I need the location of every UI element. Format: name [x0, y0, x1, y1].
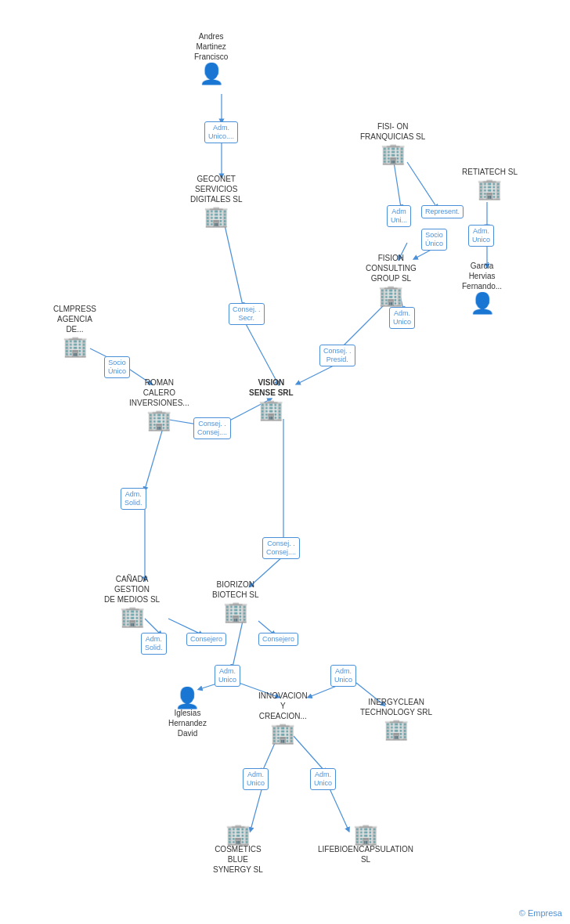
node-consejero-biorizon[interactable]: Consejero	[186, 633, 226, 646]
node-consej-presid[interactable]: Consej. .Presid.	[319, 345, 355, 366]
badge-adm-unico-life[interactable]: Adm.Unico	[310, 768, 336, 790]
label-retiatech: RETIATECH SL	[462, 167, 518, 177]
svg-line-13	[168, 619, 201, 634]
label-fision-consulting: FISIONCONSULTINGGROUP SL	[366, 253, 417, 283]
watermark: © Empresa	[519, 908, 562, 918]
node-vision-sense: VISIONSENSE SRL 🏢	[249, 377, 294, 420]
node-adm-unico-life[interactable]: Adm.Unico	[310, 768, 336, 790]
building-icon-cosmetics: 🏢	[225, 824, 251, 844]
badge-adm-solid-canada[interactable]: Adm.Solid.	[121, 488, 146, 510]
node-lifebio: 🏢 LIFEBIOENCAPSULATIONSL	[318, 824, 413, 866]
building-icon-geconet: 🏢	[204, 206, 229, 226]
node-adm-unico-garcia[interactable]: Adm.Unico	[468, 225, 494, 247]
diagram: Andres Martinez Francisco 👤 Adm.Unico...…	[0, 0, 570, 924]
node-socio-unico-roman[interactable]: SocioÚnico	[104, 356, 130, 378]
badge-consej-presid[interactable]: Consej. .Presid.	[319, 345, 355, 366]
building-icon-lifebio: 🏢	[353, 824, 378, 844]
label-roman-calero: ROMANCALEROINVERSIONES...	[129, 377, 189, 408]
badge-represent[interactable]: Represent.	[421, 205, 464, 218]
badge-adm-unico-geconet[interactable]: Adm.Unico....	[204, 121, 238, 143]
node-geconet: GECONETSERVICIOSDIGITALES SL 🏢	[190, 174, 243, 226]
building-icon-fision-consulting: 🏢	[378, 285, 403, 305]
node-roman-calero: ROMANCALEROINVERSIONES... 🏢	[129, 377, 189, 430]
building-icon-clmpress: 🏢	[63, 336, 88, 356]
node-consejero2[interactable]: Consejero	[258, 633, 298, 646]
svg-line-14	[233, 621, 243, 667]
label-cosmetics: COSMETICSBLUESYNERGY SL	[213, 844, 263, 875]
badge-adm-unico-inergy[interactable]: Adm.Unico	[330, 665, 356, 687]
node-andres: Andres Martinez Francisco 👤	[194, 31, 228, 84]
badge-consejero2[interactable]: Consejero	[258, 633, 298, 646]
node-canada: CAÑADAGESTIONDE MEDIOS SL 🏢	[104, 574, 160, 626]
node-consej-secr[interactable]: Consej. .Secr.	[229, 303, 265, 325]
building-icon-vision: 🏢	[258, 399, 283, 420]
badge-consej-consej2[interactable]: Consej. .Consej....	[262, 537, 300, 559]
node-adm-solid2[interactable]: Adm.Solid.	[141, 633, 167, 655]
badge-adm-unico-cosm[interactable]: Adm.Unico	[243, 768, 269, 790]
node-fision: FISI- ONFRANQUICIAS SL 🏢	[360, 121, 425, 164]
badge-socio-unico-fision[interactable]: SocioÚnico	[421, 229, 447, 251]
building-icon-biorizon: 🏢	[223, 601, 248, 622]
label-iglesias: IglesiasHernandezDavid	[168, 708, 207, 738]
badge-adm-unico-garcia[interactable]: Adm.Unico	[468, 225, 494, 247]
building-icon-inergy: 🏢	[384, 719, 409, 739]
label-garcia-hervias: GarciaHerviasFernando...	[462, 261, 502, 291]
badge-adm-unico-biorizon[interactable]: Adm.Unico	[215, 665, 240, 687]
label-canada: CAÑADAGESTIONDE MEDIOS SL	[104, 574, 160, 605]
node-adm-unico-biorizon[interactable]: Adm.Unico	[215, 665, 240, 687]
node-retiatech: RETIATECH SL 🏢	[462, 167, 518, 199]
node-adm-unico-fisioncg[interactable]: Adm.Unico	[389, 307, 415, 329]
node-inergyclean: INERGYCLEANTECHNOLOGY SRL 🏢	[360, 697, 432, 739]
node-cosmetics: 🏢 COSMETICSBLUESYNERGY SL	[213, 824, 263, 876]
label-inergyclean: INERGYCLEANTECHNOLOGY SRL	[360, 697, 432, 717]
building-icon-roman: 🏢	[146, 410, 171, 430]
label-innovacion: INNOVACIONYCREACION...	[258, 691, 308, 721]
label-geconet: GECONETSERVICIOSDIGITALES SL	[190, 174, 243, 204]
node-garcia-hervias: GarciaHerviasFernando... 👤	[462, 261, 502, 313]
svg-line-3	[245, 323, 278, 384]
node-biorizon: BIORIZONBIOTECH SL 🏢	[212, 579, 258, 622]
svg-line-10	[145, 423, 164, 489]
node-iglesias: 👤 IglesiasHernandezDavid	[168, 688, 207, 740]
node-clmpress: CLMPRESSAGENCIADE... 🏢	[53, 304, 96, 356]
label-fision: FISI- ONFRANQUICIAS SL	[360, 121, 425, 142]
label-lifebio: LIFEBIOENCAPSULATIONSL	[318, 844, 413, 864]
building-icon-canada: 🏢	[120, 606, 145, 626]
label-andres: Andres Martinez Francisco	[194, 31, 228, 62]
node-adm-uni-fision[interactable]: AdmUni...	[387, 205, 411, 227]
label-clmpress: CLMPRESSAGENCIADE...	[53, 304, 96, 334]
node-adm-unico-geconet[interactable]: Adm.Unico....	[204, 121, 238, 143]
badge-consejero-biorizon[interactable]: Consejero	[186, 633, 226, 646]
building-icon-fision: 🏢	[381, 143, 406, 164]
node-adm-solid-canada[interactable]: Adm.Solid.	[121, 488, 146, 510]
node-represent[interactable]: Represent.	[421, 205, 464, 218]
node-consej-consej2[interactable]: Consej. .Consej....	[262, 537, 300, 559]
badge-adm-unico-fisioncg[interactable]: Adm.Unico	[389, 307, 415, 329]
node-adm-unico-inergy[interactable]: Adm.Unico	[330, 665, 356, 687]
svg-line-5	[298, 364, 337, 384]
svg-line-26	[394, 162, 401, 208]
badge-consej-consej[interactable]: Consej. .Consej....	[193, 417, 231, 439]
node-innovacion: INNOVACIONYCREACION... 🏢	[258, 691, 308, 743]
node-socio-unico-fision[interactable]: SocioÚnico	[421, 229, 447, 251]
badge-consej-secr[interactable]: Consej. .Secr.	[229, 303, 265, 325]
connection-lines	[0, 0, 570, 924]
badge-adm-uni-fision[interactable]: AdmUni...	[387, 205, 411, 227]
badge-adm-solid2[interactable]: Adm.Solid.	[141, 633, 167, 655]
person-icon-iglesias: 👤	[175, 688, 200, 708]
person-icon-garcia: 👤	[470, 293, 495, 313]
building-icon-innovacion: 🏢	[270, 723, 295, 743]
building-icon-retiatech: 🏢	[477, 179, 502, 199]
label-biorizon: BIORIZONBIOTECH SL	[212, 579, 258, 600]
node-adm-unico-cosm[interactable]: Adm.Unico	[243, 768, 269, 790]
label-vision-sense: VISIONSENSE SRL	[249, 377, 294, 398]
node-consej-consej[interactable]: Consej. .Consej....	[193, 417, 231, 439]
node-fision-consulting: FISIONCONSULTINGGROUP SL 🏢	[366, 253, 417, 305]
badge-socio-unico-roman[interactable]: SocioÚnico	[104, 356, 130, 378]
svg-line-27	[407, 162, 437, 208]
person-icon-andres: 👤	[199, 63, 224, 84]
